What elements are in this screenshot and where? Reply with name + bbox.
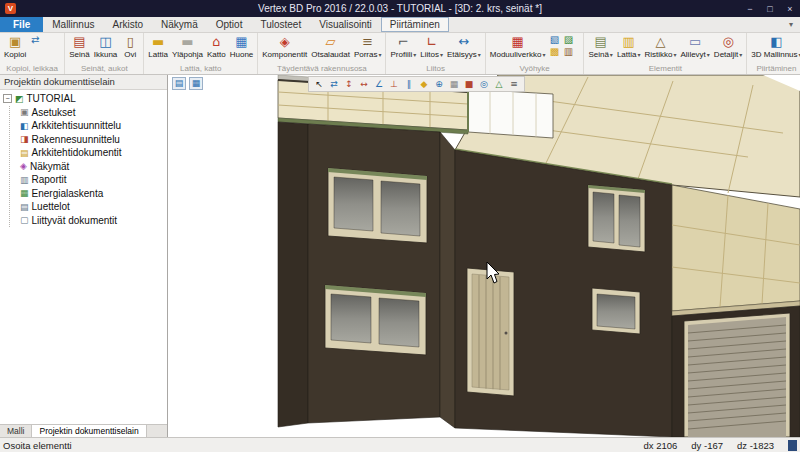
button-labelrow: Katto	[207, 50, 226, 59]
ribbon-group-label: Kopioi, leikkaa	[2, 63, 62, 74]
tree-item-liittyvat-dokumentit[interactable]: ▢Liittyvät dokumentit	[18, 214, 166, 228]
huone-button[interactable]: ▦Huone	[228, 34, 256, 59]
bay-upper-window	[328, 168, 427, 243]
zone-d-button[interactable]: ▥	[561, 46, 575, 58]
model-views-button[interactable]: ▤	[172, 77, 186, 90]
collapse-icon[interactable]: −	[3, 94, 12, 103]
minimize-button[interactable]: −	[740, 1, 760, 16]
grid-snap-icon[interactable]: ▦	[447, 78, 461, 90]
tree-item-arkkitehtisuunnittelu[interactable]: ◧Arkkitehtisuunnittelu	[18, 119, 166, 133]
tab-piirtaminen[interactable]: Piirtäminen	[381, 17, 449, 32]
project-browser-panel: Projektin dokumenttiselain −◩TUTORIAL▣As…	[0, 75, 168, 437]
tree-item-luettelot[interactable]: ▤Luettelot	[18, 200, 166, 214]
moduuliverkko-button[interactable]: ▦Moduuliverkko▾	[488, 34, 548, 59]
ylapohja-button[interactable]: ▬Yläpohja	[170, 34, 205, 59]
ribbon-group-buttons: ▬Lattia▬Yläpohja⌂Katto▦Huone	[146, 34, 255, 63]
tree-item-rakennesuunnittelu[interactable]: ◨Rakennesuunnittelu	[18, 133, 166, 147]
window-controls: − □ ×	[740, 1, 800, 16]
copy-icon: ▣	[9, 34, 21, 50]
move-button[interactable]: ⇄	[28, 34, 42, 46]
lattia-button[interactable]: ▥Lattia▾	[615, 34, 643, 59]
tab-arkisto[interactable]: Arkisto	[103, 17, 152, 32]
button-label: Huone	[230, 50, 254, 59]
button-label: Seinä	[588, 50, 608, 59]
tab-visualisointi[interactable]: Visualisointi	[310, 17, 381, 32]
3d-mallinnus-button[interactable]: ◧3D Mallinnus▾	[749, 34, 800, 59]
seina-button[interactable]: ▤Seinä	[67, 34, 91, 59]
button-labelrow: Huone	[230, 50, 254, 59]
tree-root[interactable]: −◩TUTORIAL	[1, 92, 166, 106]
building-3d-model[interactable]	[168, 75, 800, 437]
tab-malli[interactable]: Malli	[0, 425, 32, 437]
parallel-icon[interactable]: ∥	[402, 78, 416, 90]
tab-mallinnus[interactable]: Mallinnus	[43, 17, 103, 32]
status-prompt: Osoita elementti	[3, 440, 72, 451]
zone-b-button[interactable]: ▨	[561, 34, 575, 46]
maximize-button[interactable]: □	[760, 1, 780, 16]
reports-icon: ▥	[20, 175, 29, 185]
window-icon: ◫	[99, 34, 111, 50]
tree-item-arkkitehtidokumentit[interactable]: ▤Arkkitehtidokumentit	[18, 146, 166, 160]
ribbon-collapse-icon[interactable]: ▾	[782, 17, 800, 32]
endpoint-icon[interactable]: ■	[462, 78, 476, 90]
ribbon-group-label: Lattia, katto	[146, 63, 255, 74]
tab-optiot[interactable]: Optiot	[207, 17, 252, 32]
perpendicular-icon[interactable]: ⊥	[387, 78, 401, 90]
ikkuna-button[interactable]: ◫Ikkuna	[92, 34, 120, 59]
tree-item-asetukset[interactable]: ▣Asetukset	[18, 106, 166, 120]
detaljit-button[interactable]: ◎Detaljit▾	[712, 34, 744, 59]
angle-icon[interactable]: ∠	[372, 78, 386, 90]
level-icon[interactable]: ≡	[507, 78, 521, 90]
button-labelrow: Alilevyt▾	[681, 50, 710, 59]
viewport-3d[interactable]: ▤▦ ↖⇄↕↔∠⊥∥◆⊕▦■◎△≡	[168, 75, 800, 437]
ovi-button[interactable]: ▯Ovi	[119, 34, 141, 59]
ribbon-group-piirtaminen: ◧3D Mallinnus▾Piirtäminen	[747, 33, 800, 74]
pointer-icon[interactable]: ↖	[312, 78, 326, 90]
porras-button[interactable]: ≡Porras▾	[352, 34, 384, 59]
kopioi-button[interactable]: ▣Kopioi	[2, 34, 28, 59]
app-icon[interactable]: V	[5, 3, 16, 14]
liitos-button[interactable]: ∟Liitos▾	[418, 34, 445, 59]
resize-grip[interactable]	[788, 440, 797, 451]
lattia-button[interactable]: ▬Lattia	[146, 34, 170, 59]
seina-button[interactable]: ▤Seinä▾	[586, 34, 614, 59]
ribbon-group-liitos: ⌐Profiili▾∟Liitos▾↔Etäisyys▾Liitos	[386, 33, 485, 74]
dropdown-arrow-icon: ▾	[542, 51, 545, 58]
katto-button[interactable]: ⌂Katto	[205, 34, 228, 59]
center-icon[interactable]: ◎	[477, 78, 491, 90]
intersection-icon[interactable]: ⊕	[432, 78, 446, 90]
status-bar: Osoita elementti dx 2106 dy -167 dz -182…	[0, 437, 800, 452]
views-icon: ◈	[20, 161, 27, 171]
button-labelrow: Komponentit	[262, 50, 307, 59]
tab-projektin-dokumenttiselain[interactable]: Projektin dokumenttiselain	[32, 425, 146, 437]
zone-a-button[interactable]: ▧	[547, 34, 561, 46]
ristikko-button[interactable]: △Ristikko▾	[642, 34, 678, 59]
measure-vertical-icon[interactable]: ↕	[342, 78, 356, 90]
otsalaudat-button[interactable]: ▱Otsalaudat	[309, 34, 352, 59]
layers-button[interactable]: ▦	[189, 77, 203, 90]
alilevyt-button[interactable]: ▭Alilevyt▾	[679, 34, 712, 59]
midpoint-icon[interactable]: ◆	[417, 78, 431, 90]
button-label: Liitos	[420, 50, 439, 59]
button-label: Profiili	[390, 50, 412, 59]
etaisyys-button[interactable]: ↔Etäisyys▾	[445, 34, 483, 59]
close-button[interactable]: ×	[780, 1, 800, 16]
tree-item-energialaskenta[interactable]: ▦Energialaskenta	[18, 187, 166, 201]
zone-b-icon: ▨	[564, 34, 573, 46]
tree-item-raportit[interactable]: ▥Raportit	[18, 173, 166, 187]
joint-icon: ∟	[426, 34, 437, 50]
zone-c-button[interactable]: ▩	[547, 46, 561, 58]
tree-item-label: Liittyvät dokumentit	[32, 215, 118, 226]
komponentit-button[interactable]: ◈Komponentit	[260, 34, 309, 59]
garage-door	[684, 313, 790, 437]
tab-file[interactable]: File	[0, 17, 43, 32]
profiili-button[interactable]: ⌐Profiili▾	[388, 34, 418, 59]
tree-item-nakymat[interactable]: ◈Näkymät	[18, 160, 166, 174]
refresh-icon[interactable]: ⇄	[327, 78, 341, 90]
tangent-icon[interactable]: △	[492, 78, 506, 90]
tab-nakyma[interactable]: Näkymä	[152, 17, 207, 32]
tab-tulosteet[interactable]: Tulosteet	[251, 17, 310, 32]
dropdown-arrow-icon: ▾	[413, 51, 416, 58]
measure-horizontal-icon[interactable]: ↔	[357, 78, 371, 90]
distance-icon: ↔	[458, 34, 469, 50]
